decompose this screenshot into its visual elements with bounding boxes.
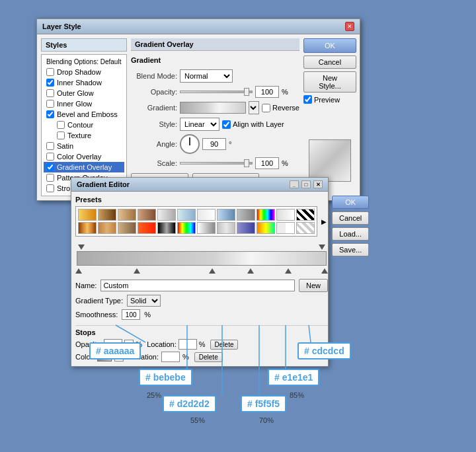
gradient-name-input[interactable] bbox=[100, 280, 295, 291]
opacity-input[interactable] bbox=[255, 86, 279, 98]
preset-orange[interactable] bbox=[138, 222, 156, 234]
preview-label[interactable]: Preview bbox=[303, 95, 356, 104]
color-stop-0[interactable] bbox=[75, 268, 82, 274]
preset-fade2[interactable] bbox=[197, 222, 216, 234]
drop-shadow-checkbox[interactable] bbox=[46, 68, 54, 76]
delete-stop-button[interactable]: Delete bbox=[210, 340, 239, 350]
styles-item-inner-shadow[interactable]: Inner Shadow bbox=[44, 77, 124, 88]
gradient-bar[interactable] bbox=[77, 251, 327, 266]
preset-gold[interactable] bbox=[78, 209, 97, 221]
preset-half[interactable] bbox=[276, 222, 295, 234]
gradient-dropdown[interactable] bbox=[249, 101, 259, 114]
color-stop-100[interactable] bbox=[321, 268, 328, 274]
styles-item-outer-glow[interactable]: Outer Glow bbox=[44, 88, 124, 98]
gradient-overlay-checkbox[interactable] bbox=[46, 163, 54, 171]
preset-purple[interactable] bbox=[237, 222, 255, 234]
preset-checker[interactable] bbox=[296, 209, 315, 221]
color-stop-swatch[interactable] bbox=[97, 352, 112, 361]
preset-rainbow[interactable] bbox=[257, 209, 275, 221]
presets-scroll-arrow[interactable]: ▶ bbox=[320, 206, 328, 237]
styles-item-drop-shadow[interactable]: Drop Shadow bbox=[44, 67, 124, 77]
preset-khaki[interactable] bbox=[118, 222, 136, 234]
preset-silver[interactable] bbox=[197, 209, 216, 221]
styles-item-contour[interactable]: Contour bbox=[44, 120, 124, 130]
delete-color-stop-button[interactable]: Delete bbox=[194, 352, 223, 362]
angle-dial[interactable] bbox=[180, 134, 200, 154]
opacity-slider[interactable] bbox=[180, 91, 253, 93]
preset-black[interactable] bbox=[157, 222, 176, 234]
color-stop-85[interactable] bbox=[285, 268, 292, 274]
texture-checkbox[interactable] bbox=[57, 132, 65, 139]
bevel-emboss-checkbox[interactable] bbox=[46, 110, 54, 118]
style-select[interactable]: Linear Radial Angle bbox=[180, 118, 219, 131]
color-stop-55[interactable] bbox=[209, 268, 216, 274]
color-location-input[interactable] bbox=[161, 352, 180, 362]
preset-tan[interactable] bbox=[118, 209, 136, 221]
new-style-button[interactable]: New Style... bbox=[303, 71, 356, 93]
smoothness-unit: % bbox=[144, 311, 151, 319]
styles-item-color-overlay[interactable]: Color Overlay bbox=[44, 151, 124, 162]
close-button[interactable]: ✕ bbox=[345, 22, 354, 31]
styles-item-inner-glow[interactable]: Inner Glow bbox=[44, 98, 124, 109]
location-stop-input[interactable] bbox=[178, 339, 197, 350]
preview-box bbox=[309, 139, 351, 182]
new-gradient-button[interactable]: New bbox=[299, 279, 328, 292]
styles-item-bevel-emboss[interactable]: Bevel and Emboss bbox=[44, 109, 124, 120]
preset-bronze[interactable] bbox=[98, 222, 116, 234]
styles-item-satin[interactable]: Satin bbox=[44, 141, 124, 151]
preset-gray2[interactable] bbox=[237, 209, 255, 221]
inner-shadow-checkbox[interactable] bbox=[46, 79, 54, 87]
align-layer-label[interactable]: Align with Layer bbox=[222, 120, 284, 129]
gradient-editor-minimize[interactable]: _ bbox=[290, 180, 299, 188]
color-stop-25[interactable] bbox=[134, 268, 140, 274]
inner-glow-checkbox[interactable] bbox=[46, 100, 54, 108]
opacity-label: Opacity: bbox=[131, 88, 177, 96]
gradient-ok-button[interactable]: OK bbox=[332, 196, 369, 209]
preset-steel[interactable] bbox=[177, 209, 196, 221]
gradient-type-select[interactable]: Solid Noise bbox=[127, 295, 161, 307]
opacity-stop-right[interactable] bbox=[319, 245, 325, 250]
color-overlay-label: Color Overlay bbox=[57, 153, 101, 161]
opacity-stop-input[interactable] bbox=[104, 339, 122, 350]
preset-silver2[interactable] bbox=[217, 222, 235, 234]
preset-brown[interactable] bbox=[98, 209, 116, 221]
preview-checkbox[interactable] bbox=[303, 95, 312, 104]
gradient-editor-close[interactable]: ✕ bbox=[313, 180, 323, 188]
color-stop-70[interactable] bbox=[247, 268, 254, 274]
outer-glow-checkbox[interactable] bbox=[46, 89, 54, 97]
styles-item-texture[interactable]: Texture bbox=[44, 130, 124, 141]
preset-fade[interactable] bbox=[276, 209, 295, 221]
blend-mode-select[interactable]: Normal Multiply Screen bbox=[180, 69, 233, 83]
gradient-save-button[interactable]: Save... bbox=[332, 243, 369, 256]
gradient-editor-maximize[interactable]: □ bbox=[301, 180, 311, 188]
preset-vivid[interactable] bbox=[257, 222, 275, 234]
preset-gray[interactable] bbox=[157, 209, 176, 221]
stroke-checkbox[interactable] bbox=[46, 184, 54, 192]
styles-item-blending[interactable]: Blending Options: Default bbox=[44, 57, 124, 67]
gradient-cancel-button[interactable]: Cancel bbox=[332, 211, 369, 225]
color-overlay-checkbox[interactable] bbox=[46, 153, 54, 161]
ok-button[interactable]: OK bbox=[303, 38, 356, 53]
opacity-stop-left[interactable] bbox=[78, 245, 85, 250]
cancel-button[interactable]: Cancel bbox=[303, 56, 356, 69]
gradient-preview[interactable] bbox=[180, 102, 246, 114]
align-layer-checkbox[interactable] bbox=[222, 120, 231, 129]
opacity-stop-arrow[interactable]: ▼ bbox=[124, 340, 134, 349]
preset-copper2[interactable] bbox=[78, 222, 97, 234]
preset-spectrum[interactable] bbox=[177, 222, 196, 234]
styles-item-gradient-overlay[interactable]: Gradient Overlay bbox=[44, 162, 124, 172]
preset-blue[interactable] bbox=[217, 209, 235, 221]
contour-checkbox[interactable] bbox=[57, 121, 65, 129]
color-stop-arrow[interactable]: ▼ bbox=[114, 352, 124, 361]
angle-input[interactable] bbox=[202, 138, 226, 150]
preset-copper[interactable] bbox=[138, 209, 156, 221]
reverse-label[interactable]: Reverse bbox=[262, 104, 299, 112]
gradient-load-button[interactable]: Load... bbox=[332, 227, 369, 241]
preset-diagonal[interactable] bbox=[296, 222, 315, 234]
reverse-checkbox[interactable] bbox=[262, 104, 270, 112]
smoothness-input[interactable] bbox=[122, 309, 140, 320]
scale-slider[interactable] bbox=[180, 162, 253, 165]
pattern-overlay-checkbox[interactable] bbox=[46, 174, 54, 182]
satin-checkbox[interactable] bbox=[46, 142, 54, 150]
scale-input[interactable] bbox=[255, 157, 279, 169]
